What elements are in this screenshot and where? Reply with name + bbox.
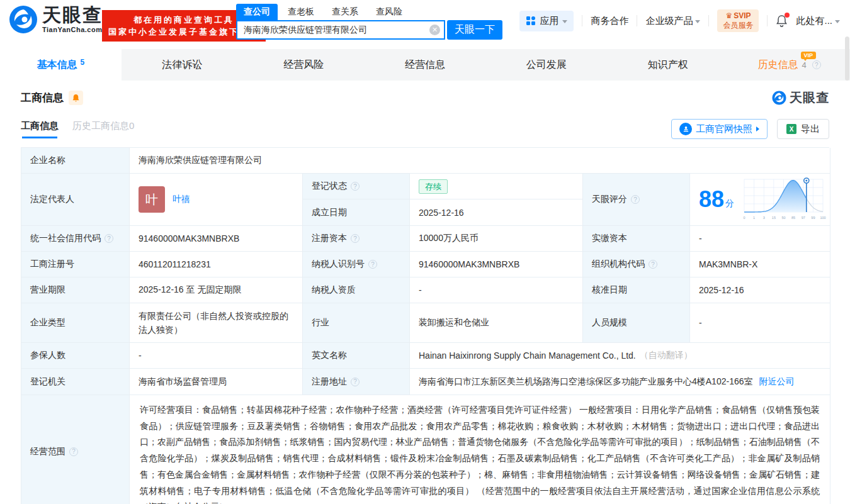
field-label-staff-size: 人员规模 — [583, 303, 690, 343]
tab-operating-risk[interactable]: 经营风险 — [243, 49, 365, 81]
stamp-icon — [679, 123, 692, 135]
field-label-reg-authority: 登记机关 — [21, 369, 130, 395]
field-label-establish-date: 成立日期 — [303, 199, 410, 226]
help-icon[interactable] — [351, 234, 360, 243]
tab-label: 经营风险 — [283, 59, 324, 72]
enterprise-label: 企业级产品 — [645, 15, 693, 27]
search-button[interactable]: 天眼一下 — [447, 20, 502, 40]
top-header: 天眼查 TianYanCha.com 都在用的商业查询工具 国家中小企业发展子基… — [0, 0, 850, 39]
tab-count: 5 — [81, 58, 85, 67]
field-label-company-type: 企业类型 — [21, 303, 130, 343]
svg-text:1: 1 — [753, 216, 755, 220]
field-label-reg-status: 登记状态 — [303, 174, 410, 199]
field-label-reg-capital: 注册资本 — [303, 226, 410, 252]
scrollbar-thumb[interactable] — [845, 36, 849, 81]
tab-count: 4 — [802, 60, 806, 70]
field-label-business-scope: 经营范围 — [21, 395, 130, 504]
section-header: 工商信息 天眼查 — [0, 81, 850, 106]
search-tab-risk[interactable]: 查风险 — [368, 4, 410, 20]
tianyancha-logo[interactable]: 天眼查 TianYanCha.com — [9, 5, 103, 34]
svg-text:3: 3 — [763, 216, 765, 220]
svg-text:99: 99 — [811, 216, 815, 220]
nav-business-coop[interactable]: 商务合作 — [591, 15, 628, 27]
excel-icon: X — [786, 124, 796, 134]
field-value-business-scope: 许可经营项目：食品销售；转基因棉花种子经营；农作物种子经营；酒类经营（许可经营项… — [130, 395, 830, 504]
subtab-history-business-info[interactable]: 历史工商信息0 — [72, 120, 134, 138]
help-icon[interactable] — [351, 182, 360, 191]
field-value-insured-count: - — [130, 343, 303, 369]
field-label-org-code: 组织机构代码 — [583, 252, 690, 277]
nearby-companies-link[interactable]: 附近公司 — [759, 376, 795, 388]
field-value-company-name: 海南海欣荣供应链管理有限公司 — [130, 148, 830, 174]
business-info-table: 企业名称 海南海欣荣供应链管理有限公司 法定代表人 叶 叶禧 登记状态 存续 天… — [21, 147, 829, 504]
official-snapshot-button[interactable]: 工商官网快照 — [671, 119, 768, 139]
logo-subtitle: TianYanCha.com — [42, 26, 103, 33]
svg-text:97: 97 — [802, 216, 805, 220]
user-menu[interactable]: 此处有... — [796, 15, 840, 27]
field-label-industry: 行业 — [303, 303, 410, 343]
crown-icon: ♛ — [725, 11, 732, 21]
subscribe-bell-button[interactable] — [69, 91, 83, 105]
field-label-legal-rep: 法定代表人 — [21, 174, 130, 226]
subtab-row: 工商信息 历史工商信息0 工商官网快照 X 导出 — [0, 106, 850, 139]
help-icon[interactable] — [631, 195, 640, 204]
tab-basic-info[interactable]: 基本信息 5 — [0, 49, 122, 81]
help-icon[interactable] — [351, 378, 360, 386]
field-value-reg-status: 存续 — [410, 174, 583, 199]
field-value-business-term: 2025-12-16 至 无固定期限 — [130, 277, 303, 303]
nav-enterprise-products[interactable]: 企业级产品 — [645, 15, 700, 27]
tab-label: 经营信息 — [405, 59, 445, 72]
legal-rep-link[interactable]: 叶禧 — [173, 194, 190, 205]
field-label-reg-number: 工商注册号 — [21, 252, 130, 277]
field-value-credit-code: 91460000MAK3MNBRXB — [130, 226, 303, 252]
tab-operating-info[interactable]: 经营信息 — [365, 49, 486, 81]
tianyancha-watermark-icon — [772, 91, 786, 105]
search-input[interactable] — [236, 20, 445, 40]
search-tab-company[interactable]: 查公司 — [236, 4, 278, 20]
search-area: 查公司 查老板 查关系 查风险 ✕ 天眼一下 — [236, 4, 502, 40]
help-icon[interactable] — [69, 447, 78, 456]
svg-text:50: 50 — [781, 216, 785, 220]
notification-bell[interactable] — [776, 14, 788, 27]
field-value-establish-date: 2025-12-16 — [410, 199, 583, 226]
help-icon[interactable] — [649, 260, 657, 269]
svip-member-badge[interactable]: ♛SVIP 会员服务 — [717, 9, 759, 32]
field-value-industry: 装卸搬运和仓储业 — [410, 303, 583, 343]
search-tab-relation[interactable]: 查关系 — [324, 4, 366, 20]
search-tabs: 查公司 查老板 查关系 查风险 — [236, 4, 502, 20]
user-menu-label: 此处有... — [796, 15, 832, 27]
tab-label: 法律诉讼 — [162, 59, 202, 72]
field-value-reg-address: 海南省海口市江东新区美兰机场路海口空港综保区多功能产业服务中心4楼A102-16… — [410, 369, 830, 395]
tab-label: 公司发展 — [526, 59, 567, 72]
vip-badge: VIP — [801, 52, 817, 59]
help-icon[interactable] — [812, 60, 821, 69]
field-value-taxpayer-quality: - — [410, 277, 583, 303]
tab-label: 基本信息 — [37, 59, 77, 72]
apps-menu[interactable]: 应用 — [519, 11, 574, 31]
legal-rep-avatar[interactable]: 叶 — [139, 186, 165, 213]
tab-legal-proceedings[interactable]: 法律诉讼 — [122, 49, 243, 81]
help-icon[interactable] — [368, 260, 377, 269]
export-button[interactable]: X 导出 — [777, 119, 829, 139]
field-label-taxpayer-id: 纳税人识别号 — [303, 252, 410, 277]
tab-company-development[interactable]: 公司发展 — [485, 49, 607, 81]
tab-intellectual-property[interactable]: 知识产权 — [607, 49, 728, 81]
chevron-down-icon — [562, 20, 567, 23]
svg-text:85: 85 — [791, 216, 795, 220]
score-unit: 分 — [725, 198, 734, 210]
clear-search-icon[interactable]: ✕ — [429, 25, 440, 35]
field-label-insured-count: 参保人数 — [21, 343, 130, 369]
nav-divider — [708, 15, 709, 26]
apps-grid-icon — [526, 16, 536, 26]
chevron-down-icon — [835, 20, 840, 23]
field-label-credit-code: 统一社会信用代码 — [21, 226, 130, 252]
field-value-reg-capital: 10000万人民币 — [410, 226, 583, 252]
search-tab-boss[interactable]: 查老板 — [280, 4, 322, 20]
svip-label: SVIP — [734, 11, 751, 21]
tab-history-info[interactable]: VIP 历史信息 4 — [728, 49, 850, 81]
field-value-taxpayer-id: 91460000MAK3MNBRXB — [410, 252, 583, 277]
field-value-reg-authority: 海南省市场监督管理局 — [130, 369, 303, 395]
help-icon[interactable] — [105, 234, 113, 243]
nav-divider — [767, 15, 768, 26]
subtab-business-info[interactable]: 工商信息 — [21, 120, 59, 138]
